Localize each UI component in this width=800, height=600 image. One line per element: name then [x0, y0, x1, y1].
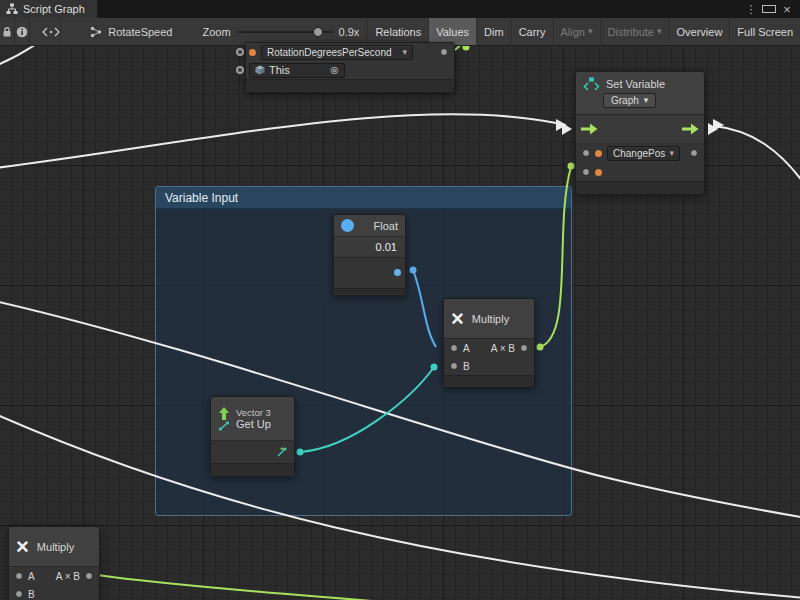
incoming-wire-arrowhead: [562, 123, 572, 135]
graph-canvas[interactable]: Variable Input Rot: [0, 46, 800, 600]
variable-icon: [583, 77, 600, 91]
group-title: Variable Input: [165, 191, 238, 205]
port-variable[interactable]: [582, 149, 590, 157]
node-set-variable[interactable]: Set Variable Graph ▾ ChangePos ▾: [575, 71, 705, 195]
node-title: Get Up: [236, 418, 271, 430]
node-title: Float: [374, 220, 398, 232]
node-float[interactable]: Float 0.01: [333, 214, 406, 296]
wire-lime-bottom: [97, 575, 430, 600]
fullscreen-button[interactable]: Full Screen: [729, 18, 800, 45]
variable-scope-dropdown[interactable]: Graph ▾: [603, 93, 656, 108]
variable-name-dropdown[interactable]: ChangePos ▾: [607, 146, 680, 161]
carry-button[interactable]: Carry: [511, 18, 553, 45]
tab-title: Script Graph: [23, 3, 85, 15]
node-title: Set Variable: [606, 78, 665, 90]
node-get-up[interactable]: Vector 3 Get Up: [210, 396, 295, 477]
up-arrow-icon: [218, 407, 230, 420]
node-multiply-center[interactable]: × Multiply A A × B B: [443, 298, 535, 388]
flow-output-arrow[interactable]: [682, 123, 699, 135]
align-button[interactable]: Align▾: [553, 18, 600, 45]
multiply-icon: ×: [451, 308, 464, 330]
close-icon[interactable]: ×: [780, 2, 794, 17]
vector3-icon: [218, 421, 230, 431]
chevron-down-icon: ▾: [644, 96, 649, 105]
dim-button[interactable]: Dim: [476, 18, 511, 45]
chevron-down-icon: ▾: [657, 27, 662, 36]
node-title: Multiply: [37, 541, 74, 553]
relations-button[interactable]: Relations: [367, 18, 428, 45]
port-output-result[interactable]: [85, 572, 93, 580]
distribute-button[interactable]: Distribute▾: [600, 18, 669, 45]
node-footer: [246, 79, 454, 92]
flow-input-arrow[interactable]: [581, 123, 598, 135]
port-input-a[interactable]: [450, 344, 458, 352]
port-input[interactable]: [236, 48, 244, 56]
wire-white-out-of-set-variable: [714, 126, 800, 186]
node-body: [334, 258, 405, 288]
window-menu-icon[interactable]: ⋮: [744, 3, 758, 16]
node-footer: [211, 463, 294, 476]
node-body: [211, 441, 294, 463]
port-output-float[interactable]: [394, 269, 401, 276]
graph-name: RotateSpeed: [108, 26, 172, 38]
port-input-a[interactable]: [15, 572, 23, 580]
wire-white-into-set-variable: [0, 114, 556, 168]
port-input-b[interactable]: [450, 362, 458, 370]
wire-white-topleft: [0, 46, 42, 66]
value-type-dot: [595, 169, 602, 176]
graph-ref-icon: [90, 26, 102, 38]
node-title: Multiply: [472, 313, 509, 325]
zoom-slider[interactable]: [237, 31, 333, 33]
window-controls: ⋮ ×: [744, 0, 800, 18]
variable-type-dot: [249, 49, 256, 56]
port-output-result[interactable]: [520, 344, 528, 352]
clear-object-icon[interactable]: ⊗: [330, 64, 339, 77]
node-footer: [334, 288, 405, 295]
toolbar-buttons: Relations Values Dim Carry Align▾ Distri…: [367, 18, 800, 45]
code-graph-icon[interactable]: [42, 18, 60, 45]
port-output-value[interactable]: [440, 48, 448, 56]
multiply-icon: ×: [16, 536, 29, 558]
zoom-group: Zoom 0.9x: [194, 18, 367, 45]
node-get-variable[interactable]: RotationDegreesPerSecond ▾ This ⊗: [245, 42, 455, 93]
variable-type-dot: [595, 150, 602, 157]
node-multiply-bottom[interactable]: × Multiply A A × B B: [8, 526, 100, 600]
node-footer: [576, 181, 704, 194]
wire-endpoint-lime[interactable]: [463, 46, 470, 51]
graph-name-group: RotateSpeed: [82, 18, 180, 45]
lock-icon[interactable]: [0, 18, 15, 45]
port-input-b[interactable]: [15, 590, 23, 598]
port-output-value[interactable]: [690, 149, 698, 157]
node-footer: [444, 375, 534, 387]
target-object-field[interactable]: This ⊗: [249, 63, 345, 78]
chevron-down-icon: ▾: [669, 149, 674, 158]
title-bar: Script Graph ⋮ ×: [0, 0, 800, 18]
float-value[interactable]: 0.01: [334, 237, 405, 258]
node-type-label: Vector 3: [236, 407, 271, 418]
tab-script-graph[interactable]: Script Graph: [0, 0, 97, 18]
script-graph-icon: [6, 3, 18, 15]
outgoing-wire-arrowhead: [708, 123, 718, 135]
chevron-down-icon: ▾: [402, 48, 407, 57]
zoom-slider-knob[interactable]: [313, 27, 323, 37]
group-header[interactable]: Variable Input: [156, 187, 571, 209]
overview-button[interactable]: Overview: [669, 18, 730, 45]
chevron-down-icon: ▾: [588, 27, 593, 36]
zoom-label: Zoom: [202, 26, 230, 38]
flow-ports-row: [576, 115, 704, 143]
cube-icon: [255, 65, 265, 75]
float-icon: [341, 219, 354, 232]
zoom-value: 0.9x: [339, 26, 360, 38]
values-button[interactable]: Values: [428, 18, 476, 45]
variable-name-dropdown[interactable]: RotationDegreesPerSecond ▾: [261, 45, 413, 60]
maximize-icon[interactable]: [762, 3, 776, 15]
port-input-value[interactable]: [582, 168, 590, 176]
wire-endpoint-lime[interactable]: [568, 163, 575, 170]
port-output-vector[interactable]: [276, 446, 288, 458]
info-icon[interactable]: [15, 18, 30, 45]
port-input-object[interactable]: [236, 66, 244, 74]
